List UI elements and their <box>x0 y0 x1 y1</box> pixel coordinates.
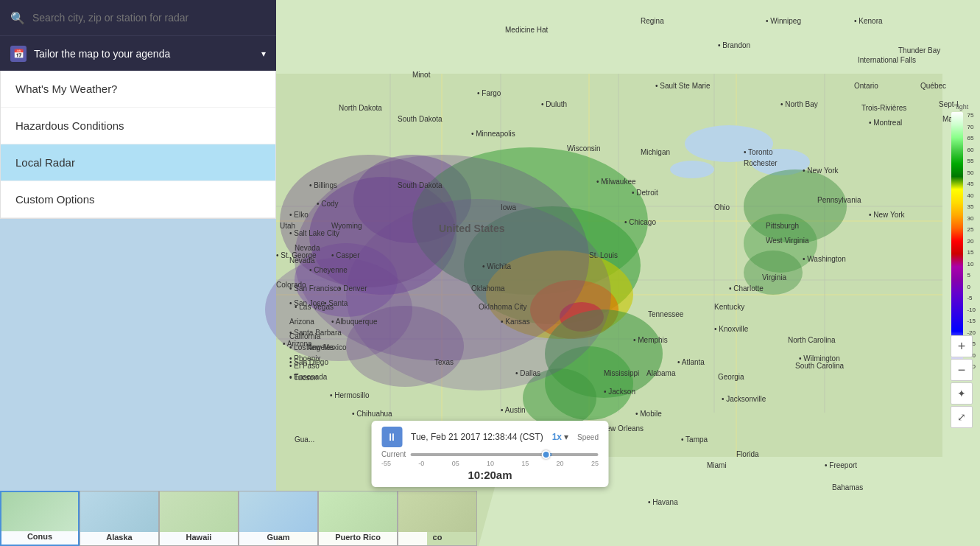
svg-text:• Atlanta: • Atlanta <box>677 358 705 366</box>
svg-text:Iowa: Iowa <box>501 203 517 211</box>
svg-text:• Ensenada: • Ensenada <box>289 373 328 381</box>
svg-text:St. Louis: St. Louis <box>589 251 618 259</box>
svg-text:• Jackson: • Jackson <box>604 388 635 396</box>
fullscreen-button[interactable]: ⤢ <box>951 406 973 428</box>
svg-text:• Winnipeg: • Winnipeg <box>766 17 801 25</box>
menu-items: What's My Weather? Hazardous Conditions … <box>0 71 276 219</box>
svg-text:• Austin: • Austin <box>501 406 526 414</box>
menu-item-whats-my-weather[interactable]: What's My Weather? <box>1 71 275 108</box>
svg-point-19 <box>670 161 714 178</box>
thumbnail-hawaii-label: Hawaii <box>186 533 212 542</box>
svg-text:North Carolina: North Carolina <box>788 336 836 344</box>
svg-text:Medicine Hat: Medicine Hat <box>505 26 549 34</box>
svg-text:• Chihuahua: • Chihuahua <box>352 410 392 418</box>
tick-15: 15 <box>521 460 529 467</box>
svg-text:Michigan: Michigan <box>641 148 670 156</box>
tick-10: 10 <box>487 460 494 467</box>
svg-text:• Knoxville: • Knoxville <box>714 325 749 333</box>
svg-text:• San Francisco: • San Francisco <box>289 284 342 293</box>
svg-text:• Washington: • Washington <box>803 255 846 263</box>
calendar-icon: 📅 <box>10 46 27 62</box>
svg-text:Texas: Texas <box>434 358 454 366</box>
thumbnail-conus[interactable]: Conus <box>0 491 80 546</box>
pause-button[interactable]: ⏸ <box>381 427 402 447</box>
svg-text:• Detroit: • Detroit <box>632 189 658 197</box>
svg-text:Mississippi: Mississippi <box>604 369 639 377</box>
zoom-in-button[interactable]: + <box>951 335 973 357</box>
time-slider[interactable] <box>410 453 599 456</box>
thumbnail-co[interactable]: co <box>398 491 477 546</box>
tick-0: -0 <box>418 460 424 467</box>
svg-text:• Hermosillo: • Hermosillo <box>330 391 370 399</box>
svg-text:• Santa Barbara: • Santa Barbara <box>289 329 342 337</box>
svg-text:Bahamas: Bahamas <box>832 483 863 491</box>
svg-text:Alabama: Alabama <box>646 369 676 377</box>
thumbnail-puerto-rico[interactable]: Puerto Rico <box>318 491 398 546</box>
slider-ticks: -55 -0 05 10 15 20 25 <box>381 460 599 467</box>
svg-text:• Jacksonville: • Jacksonville <box>722 395 766 403</box>
svg-text:Ontario: Ontario <box>854 82 878 90</box>
svg-text:Regina: Regina <box>641 17 664 25</box>
svg-text:• Memphis: • Memphis <box>633 336 668 344</box>
svg-text:• Los Angeles: • Los Angeles <box>289 343 334 351</box>
agenda-bar[interactable]: 📅 Tailor the map to your agenda ▾ <box>0 35 276 71</box>
svg-text:South Dakota: South Dakota <box>398 115 443 123</box>
menu-item-local-radar[interactable]: Local Radar <box>1 144 275 181</box>
left-panel: 🔍 📅 Tailor the map to your agenda ▾ What… <box>0 0 276 219</box>
svg-text:• Minneapolis: • Minneapolis <box>471 130 515 138</box>
svg-text:Wisconsin: Wisconsin <box>567 144 601 153</box>
svg-text:• Kansas: • Kansas <box>501 318 530 326</box>
thumbnail-alaska-label: Alaska <box>106 533 132 542</box>
svg-text:Pennsylvania: Pennsylvania <box>817 196 861 204</box>
compass-button[interactable]: ✦ <box>951 382 973 405</box>
svg-text:• Mobile: • Mobile <box>635 410 662 418</box>
svg-text:• North Bay: • North Bay <box>780 100 818 108</box>
svg-text:Ohio: Ohio <box>714 203 730 211</box>
playback-top: ⏸ Tue, Feb 21 2017 12:38:44 (CST) 1x ▾ S… <box>381 427 599 447</box>
color-scale-bar <box>951 112 963 370</box>
map-controls: + − ✦ ⤢ <box>951 335 973 428</box>
svg-text:Nevada: Nevada <box>295 244 320 252</box>
tick-55: -55 <box>381 460 391 467</box>
menu-item-custom-options[interactable]: Custom Options <box>1 181 275 218</box>
thumbnail-guam[interactable]: Guam <box>239 491 318 546</box>
search-icon: 🔍 <box>10 11 25 25</box>
thumbnail-hawaii[interactable]: Hawaii <box>159 491 239 546</box>
menu-item-hazardous-conditions[interactable]: Hazardous Conditions <box>1 108 275 144</box>
svg-text:• Tampa: • Tampa <box>681 435 708 444</box>
svg-text:• Chicago: • Chicago <box>624 218 656 226</box>
svg-text:Miami: Miami <box>707 461 727 469</box>
slider-thumb[interactable] <box>541 450 550 459</box>
svg-text:• Billings: • Billings <box>309 181 337 189</box>
svg-text:Oklahoma: Oklahoma <box>471 284 505 293</box>
svg-text:• Albuquerque: • Albuquerque <box>331 318 378 326</box>
tick-25: 25 <box>591 460 599 467</box>
svg-text:Arizona: Arizona <box>289 318 314 326</box>
current-label: Current <box>381 450 406 458</box>
svg-text:• Dallas: • Dallas <box>515 369 540 377</box>
svg-text:• Sault Ste Marie: • Sault Ste Marie <box>655 82 711 90</box>
thumbnail-co-label: co <box>433 533 443 542</box>
svg-text:• Wichita: • Wichita <box>482 262 512 270</box>
svg-text:Pittsburgh: Pittsburgh <box>766 222 799 230</box>
svg-text:Trois-Rivières: Trois-Rivières <box>861 104 906 112</box>
svg-text:Florida: Florida <box>736 450 759 458</box>
svg-text:• Duluth: • Duluth <box>541 100 567 108</box>
scale-label-top: light <box>949 103 976 111</box>
svg-text:Rochester: Rochester <box>744 159 778 167</box>
svg-text:• Freeport: • Freeport <box>825 461 857 469</box>
speed-chevron: ▾ <box>564 432 568 442</box>
zoom-out-button[interactable]: − <box>951 359 973 381</box>
svg-text:South Dakota: South Dakota <box>398 181 443 189</box>
search-bar[interactable]: 🔍 <box>0 0 276 35</box>
svg-text:Georgia: Georgia <box>718 373 744 381</box>
speed-control[interactable]: 1x ▾ <box>552 432 568 442</box>
search-input[interactable] <box>32 12 266 24</box>
svg-text:• New York: • New York <box>869 211 906 219</box>
current-time-display: 10:20am <box>468 469 512 481</box>
svg-text:Minot: Minot <box>412 71 431 79</box>
svg-text:Gua...: Gua... <box>295 435 314 444</box>
svg-text:• Fargo: • Fargo <box>477 89 501 97</box>
thumbnail-alaska[interactable]: Alaska <box>80 491 159 546</box>
svg-text:Oklahoma City: Oklahoma City <box>479 303 527 311</box>
